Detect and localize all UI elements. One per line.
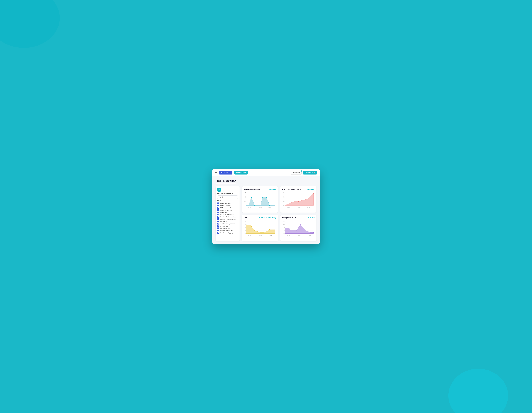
org-selector-button[interactable]: Pied Piper ▼ [219, 171, 232, 175]
filter-icon-wrapper: ▼ [217, 188, 238, 192]
svg-text:3h: 3h [245, 224, 246, 225]
list-item: Piperchat-Ios_app [217, 227, 238, 229]
list-item: Piperchat-desktop_app [217, 232, 238, 234]
svg-text:10h: 10h [283, 201, 285, 202]
repo-checkbox[interactable] [217, 203, 219, 204]
svg-text:20h: 20h [283, 197, 285, 198]
sidebar-filter: ▼ RHS: Repositories filter Gitlab Middle… [216, 186, 239, 241]
svg-point-63 [285, 227, 285, 228]
svg-point-29 [308, 198, 308, 199]
svg-point-46 [254, 230, 255, 231]
repo-checkbox[interactable] [217, 225, 219, 227]
svg-text:04 Oct: 04 Oct [307, 206, 310, 208]
navbar: ☰ Pied Piper ▼ Start the tour Get starte… [212, 169, 320, 176]
svg-point-10 [262, 197, 263, 198]
repo-checkbox[interactable] [217, 221, 219, 222]
device-wrapper: ☰ Pied Piper ▼ Start the tour Get starte… [212, 169, 320, 244]
repo-checkbox[interactable] [217, 218, 219, 220]
mttr-header: MTTR 1.21 hours to restore/day [244, 217, 276, 219]
svg-text:0%: 0% [283, 233, 285, 234]
dashboard-layout: ▼ RHS: Repositories filter Gitlab Middle… [216, 186, 316, 241]
search-input-wrapper [217, 196, 238, 199]
svg-text:10%: 10% [283, 227, 285, 228]
mttr-title: MTTR [244, 217, 248, 219]
list-item: Middleout-backend [217, 207, 238, 209]
svg-text:4h: 4h [245, 221, 246, 222]
search-input[interactable] [217, 196, 238, 199]
svg-point-28 [304, 199, 304, 200]
svg-point-66 [306, 230, 306, 231]
svg-marker-44 [246, 225, 275, 234]
date-range-label: Last 7 days [305, 172, 313, 174]
change-failure-rate-title: Change Failure Rate [282, 217, 297, 219]
deployment-frequency-value: 0.43 p/day [269, 188, 276, 190]
svg-point-27 [298, 201, 299, 202]
svg-text:30 Sep: 30 Sep [287, 206, 290, 208]
repo-checkbox[interactable] [217, 230, 219, 231]
svg-marker-62 [285, 225, 313, 234]
list-item: Storage-thebox [217, 211, 238, 214]
deployment-frequency-card: Deployment frequency 0.43 p/day 1.5 1 0.… [242, 186, 278, 213]
svg-point-11 [266, 197, 267, 198]
mttr-value: 1.21 hours to restore/day [257, 217, 276, 219]
svg-text:30 Sep: 30 Sep [287, 235, 290, 236]
mttr-chart: 4h 3h 2h 1h 0h [244, 220, 276, 239]
list-item: Pied-Piper-Platform-Desktop [217, 218, 238, 220]
cycle-time-chart: 30h 20h 10h 0h [282, 191, 314, 211]
svg-point-9 [251, 197, 252, 198]
svg-point-26 [291, 202, 291, 203]
svg-text:04 Oct: 04 Oct [308, 235, 311, 236]
svg-marker-25 [285, 193, 313, 206]
svg-point-47 [260, 232, 260, 233]
svg-text:02 Oct: 02 Oct [259, 206, 262, 208]
repo-group-label: Gitlab [217, 200, 238, 201]
navbar-right: Get started Last 7 days 📅 [290, 171, 317, 175]
main-content: DORA Metrics ▼ RHS: Repositories filter … [212, 176, 320, 244]
svg-text:15%: 15% [283, 224, 285, 225]
list-item: Piperchat-central_schema [217, 223, 238, 225]
list-item: Techcrunch-algorithm [217, 209, 238, 211]
cycle-time-card: Cycle Time (MOCK DATA) 7.64 h/day 30h 20… [280, 186, 316, 213]
repo-checkbox[interactable] [217, 212, 219, 213]
get-started-button[interactable]: Get started [290, 171, 302, 175]
repo-checkbox[interactable] [217, 205, 219, 206]
svg-text:5%: 5% [283, 230, 285, 231]
repo-list: Middleout-infra-awsMiddleout-frontendMid… [217, 202, 238, 234]
mttr-card: MTTR 1.21 hours to restore/day 4h 3h 2h … [242, 215, 278, 241]
svg-point-12 [269, 205, 270, 206]
repo-checkbox[interactable] [217, 207, 219, 209]
svg-text:30 Sep: 30 Sep [248, 206, 251, 208]
hamburger-icon[interactable]: ☰ [215, 171, 217, 174]
list-item: Pied-Piper-Platform-Android [217, 216, 238, 218]
list-item: Pied-Piper-Platform-IOS [217, 214, 238, 216]
svg-point-64 [291, 230, 291, 231]
svg-point-13 [254, 205, 255, 206]
svg-text:02 Oct: 02 Oct [297, 235, 300, 236]
svg-text:1: 1 [245, 197, 246, 198]
repo-checkbox[interactable] [217, 209, 219, 211]
svg-text:04 Oct: 04 Oct [269, 235, 272, 236]
repo-checkbox[interactable] [217, 227, 219, 229]
chevron-down-icon: ▼ [229, 172, 231, 173]
charts-area: Deployment frequency 0.43 p/day 1.5 1 0.… [242, 186, 316, 241]
list-item: Piperchat-aws [217, 225, 238, 227]
svg-text:2h: 2h [245, 227, 246, 228]
repo-checkbox[interactable] [217, 214, 219, 216]
svg-point-45 [246, 225, 247, 225]
cycle-time-title: Cycle Time (MOCK DATA) [282, 188, 301, 190]
repo-checkbox[interactable] [217, 223, 219, 225]
calendar-icon: 📅 [313, 172, 315, 174]
repo-checkbox[interactable] [217, 232, 219, 234]
filter-title: RHS: Repositories filter [217, 193, 238, 194]
list-item: Middleout-infra-aws [217, 202, 238, 204]
repo-checkbox[interactable] [217, 216, 219, 218]
start-tour-button[interactable]: Start the tour [234, 171, 248, 175]
svg-point-30 [313, 193, 314, 194]
cycle-time-header: Cycle Time (MOCK DATA) 7.64 h/day [282, 188, 314, 190]
change-failure-rate-card: Change Failure Rate 6.71 %/day 20% 15% 1… [280, 215, 316, 241]
svg-text:0: 0 [245, 205, 246, 206]
deployment-frequency-header: Deployment frequency 0.43 p/day [244, 188, 276, 190]
svg-text:30 Sep: 30 Sep [248, 235, 251, 236]
date-range-button[interactable]: Last 7 days 📅 [303, 171, 317, 175]
svg-text:1.5: 1.5 [244, 192, 246, 194]
